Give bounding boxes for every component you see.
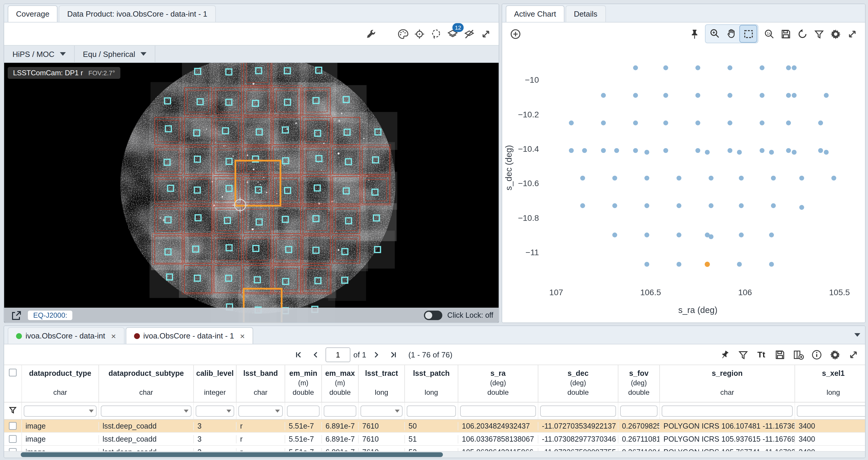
scatter-point[interactable]: [786, 93, 791, 98]
scatter-point[interactable]: [663, 65, 668, 70]
horizontal-scrollbar[interactable]: [4, 451, 865, 458]
scatter-point[interactable]: [727, 93, 732, 98]
tab-table-data-int-1[interactable]: ivoa.ObsCore - data-int - 1 ×: [125, 327, 253, 344]
scatter-point[interactable]: [705, 150, 710, 154]
text-view-button[interactable]: Tt: [753, 346, 770, 363]
expand-chart-button[interactable]: [844, 26, 860, 42]
chart-settings-button[interactable]: [827, 26, 844, 42]
scatter-point[interactable]: [633, 65, 638, 70]
scatter-point[interactable]: [601, 121, 606, 125]
scatter-point[interactable]: [799, 205, 804, 210]
scatter-point[interactable]: [737, 150, 742, 154]
zoom-in-button[interactable]: [706, 25, 723, 41]
click-lock-toggle[interactable]: [424, 311, 443, 320]
row-checkbox[interactable]: [9, 435, 17, 443]
pin-chart-button[interactable]: [686, 26, 703, 42]
scatter-point[interactable]: [633, 93, 638, 98]
scatter-point[interactable]: [831, 176, 836, 181]
column-header-s_region[interactable]: s_region char: [660, 365, 795, 402]
scatter-point[interactable]: [769, 233, 774, 237]
scatter-point[interactable]: [760, 121, 764, 125]
restore-chart-button[interactable]: [794, 26, 810, 42]
tab-details[interactable]: Details: [566, 5, 606, 22]
scatter-point[interactable]: [769, 262, 774, 267]
coverage-sky-canvas[interactable]: [4, 63, 499, 323]
column-header-s_xel1[interactable]: s_xel1 long: [795, 365, 865, 402]
scatter-point[interactable]: [614, 148, 619, 153]
column-header-em_max[interactable]: em_max(m)double: [322, 365, 359, 402]
add-chart-button[interactable]: [507, 26, 524, 42]
scatter-point[interactable]: [645, 203, 649, 208]
column-header-dataproduct_subtype[interactable]: dataproduct_subtype char: [99, 365, 194, 402]
tab-data-product[interactable]: Data Product: ivoa.ObsCore - data-int - …: [59, 5, 216, 22]
column-header-dataproduct_type[interactable]: dataproduct_type char: [22, 365, 99, 402]
table-settings-button[interactable]: [827, 346, 843, 363]
scatter-point[interactable]: [792, 150, 797, 154]
column-header-s_dec[interactable]: s_dec(deg)double: [538, 365, 618, 402]
scatter-point[interactable]: [695, 65, 700, 70]
filter-chart-button[interactable]: [810, 26, 827, 42]
scatter-point[interactable]: [727, 121, 732, 125]
save-chart-button[interactable]: [777, 26, 794, 42]
scatter-point[interactable]: [760, 65, 764, 70]
scatter-point[interactable]: [613, 176, 617, 181]
filter-input-em_min[interactable]: [287, 405, 319, 417]
filter-input-em_max[interactable]: [324, 405, 356, 417]
pan-button[interactable]: [723, 25, 739, 41]
tab-active-chart[interactable]: Active Chart: [506, 5, 564, 22]
prev-page-button[interactable]: [308, 347, 322, 362]
scatter-point[interactable]: [663, 148, 668, 153]
scatter-point[interactable]: [677, 176, 681, 181]
filter-select-lsst_band[interactable]: [238, 405, 283, 417]
column-header-em_min[interactable]: em_min(m)double: [285, 365, 322, 402]
add-column-button[interactable]: [790, 346, 806, 363]
scatter-point[interactable]: [818, 148, 823, 153]
expand-table-button[interactable]: [845, 346, 862, 363]
scatter-point[interactable]: [695, 121, 700, 125]
scatter-point[interactable]: [818, 121, 823, 125]
projection-dropdown[interactable]: Equ / Spherical: [75, 45, 155, 62]
tab-list-caret-icon[interactable]: [855, 333, 860, 340]
color-button[interactable]: [394, 26, 411, 42]
filter-input-s_xel1[interactable]: [797, 405, 865, 417]
scatter-point[interactable]: [633, 121, 638, 125]
page-number-input[interactable]: [326, 347, 350, 362]
filter-select-dataproduct_type[interactable]: [24, 405, 97, 417]
row-checkbox[interactable]: [9, 422, 17, 430]
scatter-point[interactable]: [786, 121, 791, 125]
table-row[interactable]: imagelsst.deep_coadd3r5.51e-76.891e-7761…: [4, 420, 865, 433]
scatter-point[interactable]: [677, 203, 681, 208]
scatter-point[interactable]: [580, 176, 585, 181]
scatter-point[interactable]: [739, 203, 743, 208]
scatter-point[interactable]: [613, 233, 617, 237]
scatter-point[interactable]: [737, 262, 742, 267]
table-row[interactable]: imagelsst.deep_coadd3r5.51e-76.891e-7761…: [4, 433, 865, 446]
select-region-button[interactable]: [428, 26, 444, 42]
scatter-point[interactable]: [709, 176, 713, 181]
scatter-point[interactable]: [582, 148, 587, 153]
expand-coverage-button[interactable]: [477, 26, 494, 42]
scatter-point[interactable]: [645, 262, 649, 267]
scatter-point[interactable]: [760, 148, 764, 153]
scatter-point-highlighted[interactable]: [705, 262, 710, 267]
scatter-point[interactable]: [727, 148, 732, 153]
scatter-point[interactable]: [613, 203, 617, 208]
scatter-point[interactable]: [695, 93, 700, 98]
scatter-point[interactable]: [580, 203, 585, 208]
scatter-point[interactable]: [771, 203, 776, 208]
filter-input-s_fov[interactable]: [620, 405, 657, 417]
filter-input-s_dec[interactable]: [540, 405, 616, 417]
scatter-point[interactable]: [792, 93, 797, 98]
sky-image-view[interactable]: LSSTComCam: DP1 r FOV:2.7° EQ-J2000: Cli…: [4, 63, 499, 323]
filter-input-s_ra[interactable]: [460, 405, 536, 417]
close-icon[interactable]: ×: [111, 332, 116, 340]
close-icon[interactable]: ×: [240, 332, 245, 340]
scatter-point[interactable]: [760, 93, 764, 98]
marquee-select-button[interactable]: [739, 25, 757, 43]
column-header-lsst_band[interactable]: lsst_band char: [237, 365, 285, 402]
scatter-point[interactable]: [569, 148, 574, 153]
first-page-button[interactable]: [291, 347, 305, 362]
scatter-point[interactable]: [769, 150, 774, 154]
coord-system-chip[interactable]: EQ-J2000:: [28, 311, 73, 320]
scatter-point[interactable]: [677, 262, 681, 267]
